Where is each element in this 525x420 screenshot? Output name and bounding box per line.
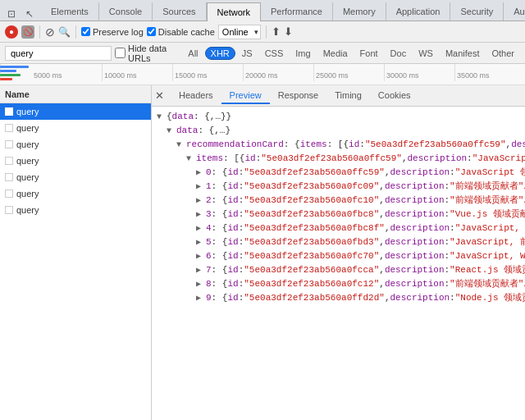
filter-js[interactable]: JS (236, 47, 258, 60)
timeline-activity (0, 66, 33, 82)
preserve-log-checkbox[interactable] (81, 27, 90, 36)
tab-audits[interactable]: Audits (504, 2, 525, 21)
tab-bar: ⊡ ↖ Elements Console Sources Network Per… (0, 0, 525, 21)
activity-bar-2 (0, 70, 16, 72)
hide-data-urls-checkbox[interactable] (115, 48, 126, 58)
tree-item-1[interactable]: 1 : { id : "5e0a3df2ef23ab560a0fc09" , d… (152, 180, 525, 194)
tab-network[interactable]: Network (207, 2, 261, 21)
request-item-6[interactable]: query (0, 202, 151, 218)
request-item-1[interactable]: query (0, 120, 151, 136)
close-panel-button[interactable]: ✕ (155, 89, 164, 102)
root-arrow[interactable] (157, 110, 167, 124)
request-item-5[interactable]: query (0, 185, 151, 202)
tree-item-3[interactable]: 3 : { id : "5e0a3df2ef23ab560a0fbc8" , d… (152, 208, 525, 221)
tree-item-7[interactable]: 7 : { id : "5e0a3df2ef23ab560a0fcca" , d… (152, 263, 525, 277)
request-list: query query query query query (0, 103, 151, 420)
tree-data[interactable]: data : {,…} (152, 124, 525, 138)
req-icon-3 (5, 157, 13, 165)
request-item-0[interactable]: query (0, 103, 151, 120)
preserve-log-wrap[interactable]: Preserve log (81, 27, 144, 37)
tab-sources[interactable]: Sources (153, 2, 206, 21)
tab-preview[interactable]: Preview (221, 88, 270, 104)
request-item-2[interactable]: query (0, 136, 151, 153)
filter-font[interactable]: Font (354, 47, 384, 60)
rec-arrow[interactable] (176, 138, 186, 152)
devtools-icons: ⊡ ↖ (0, 7, 41, 21)
filter-css[interactable]: CSS (259, 47, 290, 60)
filter-icon[interactable]: ⊘ (45, 25, 55, 39)
cursor-icon[interactable]: ↖ (23, 7, 36, 21)
filter-bar: Hide data URLs All XHR JS CSS Img Media … (0, 43, 525, 64)
tree-item-2[interactable]: 2 : { id : "5e0a3df2ef23ab560a0fc10" , d… (152, 194, 525, 208)
item2-arrow[interactable] (196, 194, 206, 208)
tab-timing[interactable]: Timing (326, 88, 370, 104)
item5-arrow[interactable] (196, 235, 206, 249)
item6-arrow[interactable] (196, 249, 206, 263)
tree-item-8[interactable]: 8 : { id : "5e0a3df2ef23ab560a0fc12" , d… (152, 277, 525, 291)
clear-button[interactable]: 🚫 (21, 25, 34, 39)
mobile-icon[interactable]: ⊡ (5, 7, 18, 21)
filter-doc[interactable]: Doc (385, 47, 413, 60)
filter-manifest[interactable]: Manifest (440, 47, 486, 60)
disable-cache-wrap[interactable]: Disable cache (147, 27, 215, 37)
sub-tabs: ✕ Headers Preview Response Timing Cookie… (152, 85, 525, 107)
req-name-1: query (16, 123, 39, 133)
tree-item-4[interactable]: 4 : { id : "5e0a3df2ef23ab560a0fbc8f" , … (152, 221, 525, 235)
throttle-wrap[interactable]: Online (218, 25, 261, 39)
item0-arrow[interactable] (196, 166, 206, 180)
tree-item-0[interactable]: 0 : { id : "5e0a3df2ef23ab560a0ffc59" , … (152, 166, 525, 180)
tree-item-5[interactable]: 5 : { id : "5e0a3df2ef23ab560a0fbd3" , d… (152, 235, 525, 249)
item1-arrow[interactable] (196, 180, 206, 194)
tree-item-9[interactable]: 9 : { id : "5e0a3df2ef23ab560a0ffd2d" , … (152, 291, 525, 305)
item3-arrow[interactable] (196, 208, 206, 221)
tab-cookies[interactable]: Cookies (370, 88, 419, 104)
search-input[interactable] (5, 46, 112, 61)
data-arrow[interactable] (167, 124, 176, 138)
tab-performance[interactable]: Performance (261, 2, 333, 21)
item4-arrow[interactable] (196, 221, 206, 235)
timeline-mark-2: 15000 ms (172, 64, 243, 81)
hide-data-urls-label: Hide data URLs (128, 43, 179, 63)
tree-item-6[interactable]: 6 : { id : "5e0a3df2ef23ab560a0fc70" , d… (152, 249, 525, 263)
record-button[interactable]: ● (5, 25, 18, 39)
req-icon-2 (5, 140, 13, 148)
download-icon[interactable]: ⬇ (284, 25, 293, 38)
tree-root[interactable]: { data : {,…}} (152, 110, 525, 124)
activity-bar-4 (0, 78, 12, 80)
item8-arrow[interactable] (196, 277, 206, 291)
hide-data-urls-wrap[interactable]: Hide data URLs (115, 43, 179, 63)
tab-application[interactable]: Application (386, 2, 451, 21)
item9-arrow[interactable] (196, 291, 206, 305)
tree-recommendation[interactable]: recommendationCard : { items : [{ id : "… (152, 138, 525, 152)
req-icon-0 (5, 107, 13, 116)
tree-items[interactable]: items : [{ id : "5e0a3df2ef23ab560a0ffc5… (152, 152, 525, 166)
tab-console[interactable]: Console (99, 2, 153, 21)
search-icon[interactable]: 🔍 (58, 26, 71, 38)
filter-all[interactable]: All (182, 47, 203, 60)
filter-media[interactable]: Media (317, 47, 354, 60)
upload-icon[interactable]: ⬆ (272, 25, 281, 38)
filter-xhr[interactable]: XHR (205, 47, 235, 60)
activity-bar-3 (0, 74, 21, 76)
tab-security[interactable]: Security (450, 2, 504, 21)
timeline-mark-1: 10000 ms (102, 64, 172, 81)
req-icon-6 (5, 206, 13, 214)
req-icon-4 (5, 173, 13, 181)
disable-cache-checkbox[interactable] (147, 27, 156, 36)
disable-cache-label: Disable cache (158, 27, 215, 37)
items-arrow[interactable] (186, 152, 196, 166)
item7-arrow[interactable] (196, 263, 206, 277)
preview-content: { data : {,…}} data : {,…} recommendatio… (152, 107, 525, 420)
divider1 (39, 25, 40, 39)
tab-elements[interactable]: Elements (41, 2, 99, 21)
timeline-mark-4: 25000 ms (313, 64, 384, 81)
tab-headers[interactable]: Headers (171, 88, 221, 104)
filter-other[interactable]: Other (486, 47, 520, 60)
tab-response[interactable]: Response (270, 88, 327, 104)
request-item-3[interactable]: query (0, 153, 151, 169)
filter-img[interactable]: Img (290, 47, 316, 60)
request-item-4[interactable]: query (0, 169, 151, 185)
throttle-select[interactable]: Online (218, 25, 261, 39)
tab-memory[interactable]: Memory (333, 2, 386, 21)
filter-ws[interactable]: WS (413, 47, 439, 60)
